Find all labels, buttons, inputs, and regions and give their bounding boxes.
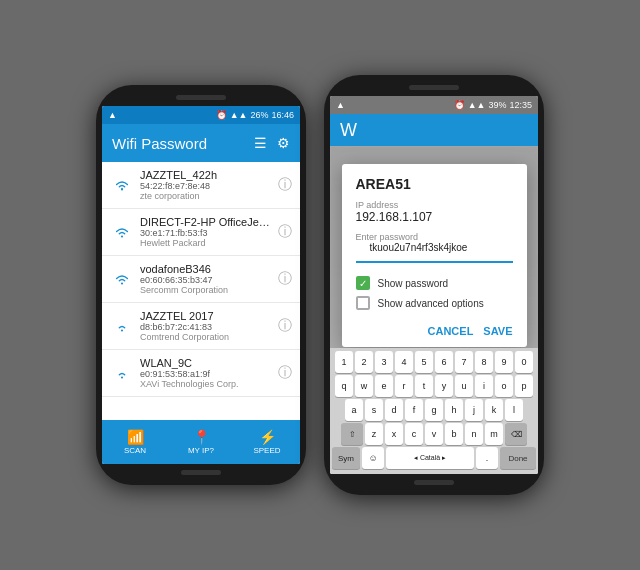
key-i[interactable]: i [475, 375, 493, 397]
cancel-button[interactable]: CANCEL [428, 325, 474, 337]
menu-icon[interactable]: ☰ [254, 135, 267, 151]
key-g[interactable]: g [425, 399, 443, 421]
key-s[interactable]: s [365, 399, 383, 421]
info-icon[interactable]: ⓘ [278, 176, 292, 194]
info-icon[interactable]: ⓘ [278, 364, 292, 382]
left-screen: ▲ ⏰ ▲▲ 26% 16:46 Wifi Password ☰ ⚙ [102, 106, 300, 464]
key-h[interactable]: h [445, 399, 463, 421]
key-r[interactable]: r [395, 375, 413, 397]
battery-r: 39% [488, 100, 506, 110]
key-y[interactable]: y [435, 375, 453, 397]
key-9[interactable]: 9 [495, 351, 513, 373]
svg-point-3 [121, 329, 123, 331]
wifi-mac: e0:60:66:35:b3:47 [140, 275, 270, 285]
key-c[interactable]: c [405, 423, 423, 445]
wifi-details: vodafoneB346 e0:60:66:35:b3:47 Sercomm C… [140, 263, 270, 295]
password-label: Enter password [342, 230, 527, 242]
blurred-bg-content: AREA51 IP address 192.168.1.107 Enter pa… [330, 146, 538, 348]
info-icon[interactable]: ⓘ [278, 270, 292, 288]
show-advanced-checkbox[interactable] [356, 296, 370, 310]
key-z[interactable]: z [365, 423, 383, 445]
keyboard-row-zxcv: ⇧ z x c v b n m ⌫ [332, 423, 536, 445]
wifi-name: vodafoneB346 [140, 263, 270, 275]
status-time: 16:46 [271, 110, 294, 120]
key-7[interactable]: 7 [455, 351, 473, 373]
svg-point-4 [121, 376, 123, 378]
app-header-left: Wifi Password ☰ ⚙ [102, 124, 300, 162]
time-r: 12:35 [509, 100, 532, 110]
key-2[interactable]: 2 [355, 351, 373, 373]
key-m[interactable]: m [485, 423, 503, 445]
wifi-details: WLAN_9C e0:91:53:58:a1:9f XAVi Technolog… [140, 357, 270, 389]
wifi-name: WLAN_9C [140, 357, 270, 369]
left-phone: ▲ ⏰ ▲▲ 26% 16:46 Wifi Password ☰ ⚙ [96, 85, 306, 485]
save-button[interactable]: SAVE [483, 325, 512, 337]
info-icon[interactable]: ⓘ [278, 223, 292, 241]
key-5[interactable]: 5 [415, 351, 433, 373]
key-b[interactable]: b [445, 423, 463, 445]
key-u[interactable]: u [455, 375, 473, 397]
key-k[interactable]: k [485, 399, 503, 421]
wifi-name: JAZZTEL 2017 [140, 310, 270, 322]
right-screen: ▲ ⏰ ▲▲ 39% 12:35 W AREA51 IP address [330, 96, 538, 474]
show-advanced-row[interactable]: Show advanced options [342, 293, 527, 313]
key-1[interactable]: 1 [335, 351, 353, 373]
keyboard-row-numbers: 1 2 3 4 5 6 7 8 9 0 [332, 351, 536, 373]
wifi-list: JAZZTEL_422h 54:22:f8:e7:8e:48 zte corpo… [102, 162, 300, 420]
show-password-checkbox[interactable]: ✓ [356, 276, 370, 290]
shift-key[interactable]: ⇧ [341, 423, 363, 445]
key-a[interactable]: a [345, 399, 363, 421]
right-phone: ▲ ⏰ ▲▲ 39% 12:35 W AREA51 IP address [324, 75, 544, 495]
key-l[interactable]: l [505, 399, 523, 421]
wifi-item[interactable]: JAZZTEL 2017 d8:b6:b7:2c:41:83 Comtrend … [102, 303, 300, 350]
wifi-name: JAZZTEL_422h [140, 169, 270, 181]
svg-point-0 [121, 188, 123, 190]
emoji-key[interactable]: ☺ [362, 447, 384, 469]
key-0[interactable]: 0 [515, 351, 533, 373]
keyboard-row-bottom: Sym ☺ ◂ Català ▸ . Done [332, 447, 536, 469]
wifi-vendor: Sercomm Corporation [140, 285, 270, 295]
ip-label: IP address [342, 198, 527, 210]
wifi-item[interactable]: JAZZTEL_422h 54:22:f8:e7:8e:48 zte corpo… [102, 162, 300, 209]
wifi-signal-icon [112, 316, 132, 336]
nav-scan[interactable]: 📶 SCAN [102, 429, 168, 455]
period-key[interactable]: . [476, 447, 498, 469]
done-key[interactable]: Done [500, 447, 536, 469]
key-t[interactable]: t [415, 375, 433, 397]
wifi-signal-icon [112, 269, 132, 289]
key-q[interactable]: q [335, 375, 353, 397]
status-right-group-r: ⏰ ▲▲ 39% 12:35 [454, 100, 532, 110]
wifi-status-icon: ▲▲ [230, 110, 248, 120]
dialog-overlay: AREA51 IP address 192.168.1.107 Enter pa… [330, 146, 538, 348]
space-key[interactable]: ◂ Català ▸ [386, 447, 474, 469]
key-j[interactable]: j [465, 399, 483, 421]
key-6[interactable]: 6 [435, 351, 453, 373]
key-d[interactable]: d [385, 399, 403, 421]
key-v[interactable]: v [425, 423, 443, 445]
key-3[interactable]: 3 [375, 351, 393, 373]
show-password-row[interactable]: ✓ Show password [342, 273, 527, 293]
nav-myip[interactable]: 📍 MY IP? [168, 429, 234, 455]
settings-icon[interactable]: ⚙ [277, 135, 290, 151]
key-f[interactable]: f [405, 399, 423, 421]
key-e[interactable]: e [375, 375, 393, 397]
info-icon[interactable]: ⓘ [278, 317, 292, 335]
backspace-key[interactable]: ⌫ [505, 423, 527, 445]
app-title: Wifi Password [112, 135, 207, 152]
sym-key[interactable]: Sym [332, 447, 360, 469]
key-p[interactable]: p [515, 375, 533, 397]
key-w[interactable]: w [355, 375, 373, 397]
wifi-item[interactable]: vodafoneB346 e0:60:66:35:b3:47 Sercomm C… [102, 256, 300, 303]
key-o[interactable]: o [495, 375, 513, 397]
nav-speed[interactable]: ⚡ SPEED [234, 429, 300, 455]
phone-speaker-right [409, 85, 459, 90]
wifi-name: DIRECT-F2-HP OfficeJet 3830 [140, 216, 270, 228]
dialog-title: AREA51 [342, 164, 527, 198]
key-x[interactable]: x [385, 423, 403, 445]
key-8[interactable]: 8 [475, 351, 493, 373]
wifi-item[interactable]: WLAN_9C e0:91:53:58:a1:9f XAVi Technolog… [102, 350, 300, 397]
key-4[interactable]: 4 [395, 351, 413, 373]
password-input[interactable]: tkuou2u7n4rf3sk4jkoe [356, 242, 513, 263]
key-n[interactable]: n [465, 423, 483, 445]
wifi-item[interactable]: DIRECT-F2-HP OfficeJet 3830 30:e1:71:fb:… [102, 209, 300, 256]
